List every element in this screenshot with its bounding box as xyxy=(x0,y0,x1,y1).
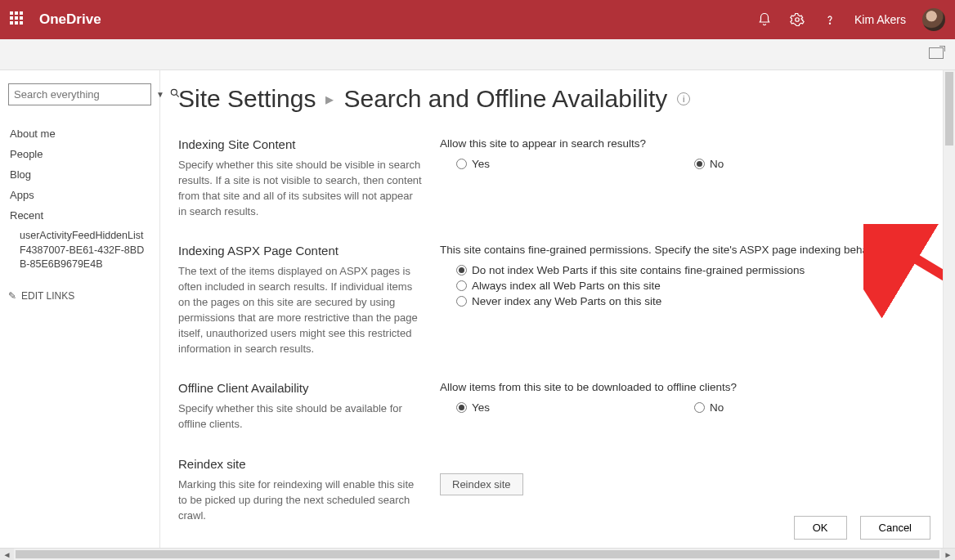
cancel-button[interactable]: Cancel xyxy=(860,516,930,540)
settings-gear-icon[interactable] xyxy=(789,11,805,28)
radio-label: No xyxy=(710,158,724,170)
footer-buttons: OK Cancel xyxy=(794,516,930,540)
user-avatar[interactable] xyxy=(922,8,945,31)
app-name[interactable]: OneDrive xyxy=(39,11,101,28)
ok-button[interactable]: OK xyxy=(794,516,847,540)
page-heading: Search and Offline Availability xyxy=(343,85,667,113)
help-icon[interactable] xyxy=(822,11,838,28)
edit-links-label: EDIT LINKS xyxy=(21,290,74,302)
section-desc: Specify whether this site should be avai… xyxy=(178,401,424,432)
radio-icon xyxy=(456,265,467,276)
scroll-right-icon[interactable]: ► xyxy=(941,549,955,560)
radio-label: Do not index Web Parts if this site cont… xyxy=(472,264,805,276)
focus-on-content-icon[interactable] xyxy=(929,47,944,59)
pencil-icon: ✎ xyxy=(8,290,16,302)
radio-aspx-opt2[interactable]: Always index all Web Parts on this site xyxy=(456,280,930,292)
radio-icon xyxy=(456,296,467,307)
radio-icon xyxy=(694,159,705,169)
breadcrumb-separator-icon: ▸ xyxy=(325,89,334,109)
radio-label: Always index all Web Parts on this site xyxy=(472,280,661,292)
app-launcher-icon[interactable] xyxy=(10,11,26,28)
radio-icon xyxy=(456,402,467,413)
section-heading: Indexing Site Content xyxy=(178,137,424,151)
radio-icon xyxy=(456,159,467,169)
sidebar-item-about-me[interactable]: About me xyxy=(8,123,151,144)
section-heading: Offline Client Availability xyxy=(178,381,424,395)
radio-offline-no[interactable]: No xyxy=(694,401,724,414)
section-desc: Marking this site for reindexing will en… xyxy=(178,477,424,524)
page-title: Site Settings ▸ Search and Offline Avail… xyxy=(178,85,930,113)
sidebar-recent-child[interactable]: userActivityFeedHiddenListF4387007-BE61-… xyxy=(8,226,151,276)
scroll-left-icon[interactable]: ◄ xyxy=(0,549,14,560)
question-label: This site contains fine-grained permissi… xyxy=(440,244,930,256)
sidebar-item-blog[interactable]: Blog xyxy=(8,164,151,185)
svg-point-0 xyxy=(796,18,800,22)
ribbon-bar xyxy=(0,39,955,70)
radio-icon xyxy=(456,280,467,291)
radio-aspx-opt3[interactable]: Never index any Web Parts on this site xyxy=(456,295,930,307)
scrollbar-thumb[interactable] xyxy=(945,72,953,146)
question-label: Allow this site to appear in search resu… xyxy=(440,137,930,150)
radio-label: Yes xyxy=(472,401,490,414)
user-name[interactable]: Kim Akers xyxy=(854,13,906,26)
info-icon[interactable]: i xyxy=(677,92,690,105)
radio-appear-yes[interactable]: Yes xyxy=(456,158,490,170)
radio-aspx-opt1[interactable]: Do not index Web Parts if this site cont… xyxy=(456,264,930,276)
radio-icon xyxy=(694,402,705,413)
section-indexing-site: Indexing Site Content Specify whether th… xyxy=(178,137,930,219)
radio-label: Never index any Web Parts on this site xyxy=(472,295,661,307)
horizontal-scrollbar[interactable]: ◄ ► xyxy=(0,548,955,560)
left-sidebar: ▼ About me People Blog Apps Recent userA… xyxy=(0,70,160,548)
scrollbar-thumb[interactable] xyxy=(16,550,939,558)
sidebar-item-people[interactable]: People xyxy=(8,144,151,164)
notifications-icon[interactable] xyxy=(756,11,773,28)
section-desc: Specify whether this site should be visi… xyxy=(178,158,424,219)
breadcrumb-root[interactable]: Site Settings xyxy=(178,85,316,113)
sidebar-item-apps[interactable]: Apps xyxy=(8,185,151,205)
section-indexing-aspx: Indexing ASPX Page Content The text of t… xyxy=(178,244,930,356)
search-input[interactable] xyxy=(14,88,151,101)
svg-point-1 xyxy=(829,23,830,24)
section-reindex: Reindex site Marking this site for reind… xyxy=(178,457,930,524)
main-content: Site Settings ▸ Search and Offline Avail… xyxy=(160,70,955,548)
radio-label: No xyxy=(710,401,724,414)
vertical-scrollbar[interactable] xyxy=(943,70,955,548)
radio-label: Yes xyxy=(472,158,490,170)
search-box[interactable]: ▼ xyxy=(8,83,151,105)
section-heading: Indexing ASPX Page Content xyxy=(178,244,424,258)
reindex-site-button[interactable]: Reindex site xyxy=(440,473,523,495)
radio-offline-yes[interactable]: Yes xyxy=(456,401,490,414)
section-heading: Reindex site xyxy=(178,457,424,471)
suite-header: OneDrive Kim Akers xyxy=(0,0,955,39)
radio-appear-no[interactable]: No xyxy=(694,158,724,170)
section-desc: The text of the items displayed on ASPX … xyxy=(178,264,424,356)
edit-links-button[interactable]: ✎ EDIT LINKS xyxy=(8,290,151,302)
section-offline: Offline Client Availability Specify whet… xyxy=(178,381,930,432)
sidebar-item-recent[interactable]: Recent xyxy=(8,205,151,226)
question-label: Allow items from this site to be downloa… xyxy=(440,381,930,393)
